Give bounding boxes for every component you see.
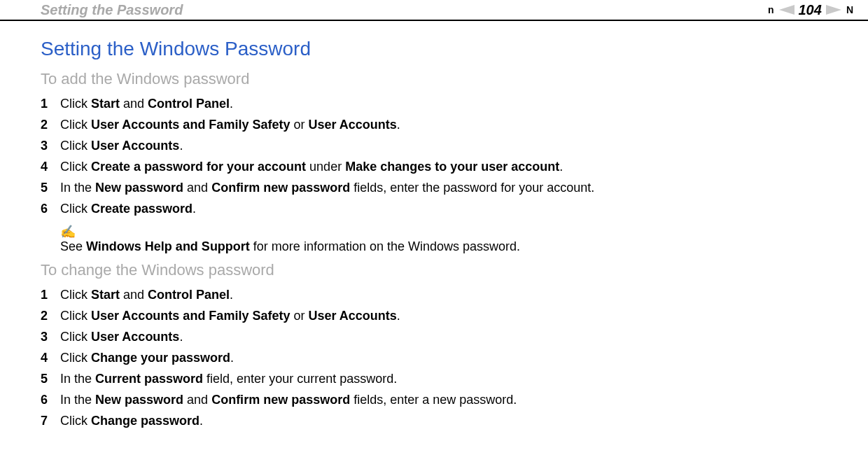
bold-text: Change password [91, 414, 200, 428]
add-step-1: 1Click Start and Control Panel. [41, 95, 854, 112]
step-number: 1 [41, 95, 60, 112]
bold-text: New password [95, 181, 183, 195]
text: . [397, 118, 400, 132]
bold-text: Create password [91, 202, 192, 216]
text: Click [60, 118, 91, 132]
bold-text: User Accounts [91, 330, 179, 344]
step-number: 2 [41, 116, 60, 133]
note-text: See Windows Help and Support for more in… [60, 239, 520, 253]
text: . [192, 202, 196, 216]
step-number: 1 [41, 286, 60, 303]
text: and [183, 181, 211, 195]
text: In the [60, 393, 95, 407]
note-icon: ✍ [60, 225, 854, 238]
next-n-label: N [846, 4, 853, 15]
add-step-4: 4Click Create a password for your accoun… [41, 158, 854, 175]
step-number: 5 [41, 370, 60, 387]
text: . [230, 351, 234, 365]
text: . [230, 97, 233, 111]
step-number: 5 [41, 179, 60, 196]
bold-text: User Accounts [308, 118, 396, 132]
step-number: 3 [41, 137, 60, 154]
text: In the [60, 372, 95, 386]
text: and [183, 393, 211, 407]
bold-text: Control Panel [148, 288, 230, 302]
text: . [179, 330, 183, 344]
text: fields, enter a new password. [350, 393, 517, 407]
step-number: 7 [41, 412, 60, 429]
change-step-3: 3Click User Accounts. [41, 328, 854, 345]
bold-text: Create a password for your account [91, 160, 306, 174]
step-number: 4 [41, 349, 60, 366]
subhead-change: To change the Windows password [41, 261, 854, 279]
change-step-1: 1Click Start and Control Panel. [41, 286, 854, 303]
text: Click [60, 351, 91, 365]
bold-text: User Accounts [91, 139, 179, 153]
text: Click [60, 202, 91, 216]
text: Click [60, 330, 91, 344]
bold-text: User Accounts and Family Safety [91, 309, 290, 323]
add-step-2: 2Click User Accounts and Family Safety o… [41, 116, 854, 133]
bold-text: Windows Help and Support [86, 239, 250, 253]
text: Click [60, 309, 91, 323]
prev-n-label: n [768, 4, 774, 15]
bold-text: Confirm new password [211, 393, 350, 407]
text: In the [60, 181, 95, 195]
subhead-add: To add the Windows password [41, 70, 854, 88]
page-number: 104 [799, 2, 822, 18]
add-step-5: 5In the New password and Confirm new pas… [41, 179, 854, 196]
page-header: Setting the Password n 104 N [0, 0, 868, 21]
bold-text: Start [91, 288, 120, 302]
step-number: 6 [41, 391, 60, 408]
text: Click [60, 97, 91, 111]
step-number: 2 [41, 307, 60, 324]
change-step-4: 4Click Change your password. [41, 349, 854, 366]
add-step-6: 6Click Create password. [41, 200, 854, 217]
section-title: Setting the Windows Password [41, 38, 854, 60]
text: for more information on the Windows pass… [250, 239, 520, 253]
change-step-7: 7Click Change password. [41, 412, 854, 429]
step-number: 4 [41, 158, 60, 175]
text: and [120, 288, 148, 302]
step-number: 6 [41, 200, 60, 217]
text: field, enter your current password. [203, 372, 397, 386]
text: . [397, 309, 400, 323]
text: fields, enter the password for your acco… [350, 181, 594, 195]
arrow-left-icon[interactable] [779, 5, 794, 15]
text: under [306, 160, 345, 174]
bold-text: Confirm new password [211, 181, 350, 195]
header-title: Setting the Password [41, 2, 767, 18]
text: . [200, 414, 203, 428]
bold-text: User Accounts [308, 309, 396, 323]
add-step-3: 3Click User Accounts. [41, 137, 854, 154]
change-step-5: 5In the Current password field, enter yo… [41, 370, 854, 387]
bold-text: User Accounts and Family Safety [91, 118, 290, 132]
text: Click [60, 160, 91, 174]
text: . [179, 139, 183, 153]
arrow-right-icon[interactable] [826, 5, 841, 15]
text: or [290, 118, 308, 132]
text: . [230, 288, 233, 302]
text: or [290, 309, 308, 323]
text: . [559, 160, 563, 174]
bold-text: Control Panel [148, 97, 230, 111]
text: Click [60, 288, 91, 302]
bold-text: Change your password [91, 351, 230, 365]
note-block: ✍ See Windows Help and Support for more … [60, 225, 854, 254]
page-content: Setting the Windows Password To add the … [0, 21, 868, 429]
text: and [120, 97, 148, 111]
text: Click [60, 139, 91, 153]
bold-text: New password [95, 393, 183, 407]
change-step-6: 6In the New password and Confirm new pas… [41, 391, 854, 408]
bold-text: Start [91, 97, 120, 111]
pager: n 104 N [767, 2, 854, 18]
step-number: 3 [41, 328, 60, 345]
bold-text: Make changes to your user account [345, 160, 559, 174]
change-step-2: 2Click User Accounts and Family Safety o… [41, 307, 854, 324]
text: See [60, 239, 86, 253]
text: Click [60, 414, 91, 428]
bold-text: Current password [95, 372, 203, 386]
